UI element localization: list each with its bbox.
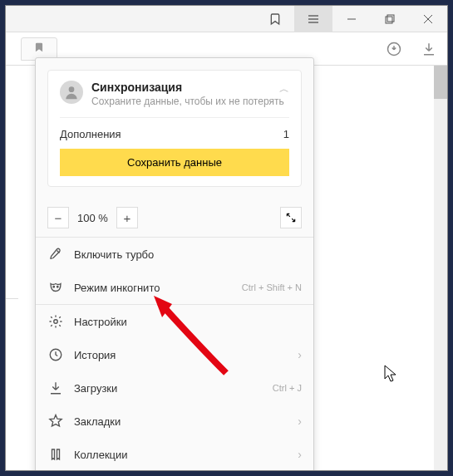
svg-point-9 [69, 86, 75, 92]
star-icon [47, 413, 64, 429]
content-area: Дру лиен Синхронизация Сохраните данные,… [6, 66, 447, 470]
sync-subtitle: Сохраните данные, чтобы их не потерять [91, 96, 284, 107]
svg-point-12 [54, 320, 58, 324]
zoom-in-button[interactable]: + [116, 207, 138, 228]
gear-icon [47, 313, 64, 330]
menu-item-bookmarks[interactable]: Закладки › [36, 405, 313, 438]
sync-title: Синхронизация [91, 81, 284, 94]
zoom-controls: − 100 % + [36, 199, 313, 237]
sync-addons-row[interactable]: Дополнения 1 [60, 117, 289, 149]
menu-label: Закладки [74, 415, 288, 428]
mask-icon [47, 279, 64, 296]
chevron-right-icon: › [298, 348, 302, 361]
save-data-button[interactable]: Сохранить данные [60, 149, 289, 176]
menu-item-settings[interactable]: Настройки [36, 305, 313, 338]
minimize-button[interactable] [332, 6, 371, 32]
addons-label: Дополнения [60, 128, 121, 140]
menu-item-turbo[interactable]: Включить турбо [36, 238, 313, 271]
rocket-icon [47, 246, 64, 263]
chevron-right-icon: › [298, 415, 302, 428]
separator [5, 298, 18, 299]
zoom-value: 100 % [74, 212, 111, 224]
menu-item-incognito[interactable]: Режим инкогнито Ctrl + Shift + N [36, 271, 313, 304]
hamburger-menu-button[interactable] [294, 6, 332, 32]
menu-item-downloads[interactable]: Загрузки Ctrl + J [36, 371, 313, 405]
shortcut-hint: Ctrl + J [273, 383, 302, 393]
titlebar [6, 6, 447, 32]
fullscreen-button[interactable] [280, 207, 302, 228]
chevron-up-icon[interactable]: ︿ [279, 82, 289, 96]
scrollbar-thumb[interactable] [434, 66, 447, 99]
zoom-out-button[interactable]: − [47, 207, 69, 228]
menu-label: Загрузки [74, 382, 263, 395]
svg-rect-4 [386, 17, 392, 23]
cursor-icon [384, 365, 397, 383]
download-arrow-icon[interactable] [419, 39, 439, 59]
avatar-icon [60, 81, 83, 104]
downloads-icon[interactable] [384, 39, 404, 59]
clock-icon [47, 346, 64, 363]
browser-window: Дру лиен Синхронизация Сохраните данные,… [5, 5, 448, 471]
addons-count: 1 [283, 128, 289, 140]
menu-label: Коллекции [74, 449, 288, 461]
shortcut-hint: Ctrl + Shift + N [242, 282, 302, 292]
menu-item-collections[interactable]: Коллекции › [36, 438, 313, 471]
close-button[interactable] [409, 6, 447, 32]
main-menu-dropdown: Синхронизация Сохраните данные, чтобы их… [35, 57, 314, 471]
maximize-button[interactable] [371, 6, 409, 32]
bookmark-page-icon[interactable] [256, 6, 294, 32]
scrollbar[interactable] [434, 66, 447, 470]
menu-label: Режим инкогнито [74, 282, 232, 294]
svg-point-10 [53, 287, 55, 288]
chevron-right-icon: › [298, 448, 302, 461]
menu-item-history[interactable]: История › [36, 338, 313, 371]
menu-label: Включить турбо [74, 248, 302, 261]
sync-header: Синхронизация Сохраните данные, чтобы их… [60, 81, 289, 107]
collections-icon [47, 446, 64, 463]
svg-rect-5 [387, 15, 394, 22]
download-icon [47, 380, 64, 396]
svg-point-11 [57, 287, 59, 288]
sync-card: Синхронизация Сохраните данные, чтобы их… [47, 70, 302, 187]
menu-label: Настройки [74, 316, 302, 328]
menu-label: История [74, 349, 288, 361]
